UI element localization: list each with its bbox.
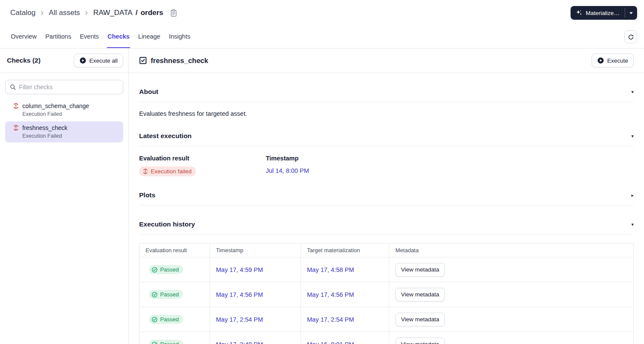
execution-failed-icon xyxy=(143,169,148,174)
table-header-row: Evaluation result Timestamp Target mater… xyxy=(140,244,634,257)
filter-checks-input[interactable] xyxy=(19,84,118,91)
passed-icon xyxy=(152,292,158,298)
copy-asset-key-button[interactable] xyxy=(170,9,177,17)
timestamp-link[interactable]: May 17, 2:54 PM xyxy=(216,316,263,323)
chevron-right-icon xyxy=(40,11,45,15)
about-heading: About xyxy=(139,88,158,96)
check-detail-panel: freshness_check Execute About ▾ Evaluate… xyxy=(129,48,644,344)
latest-timestamp-link[interactable]: Jul 14, 8:00 PM xyxy=(266,167,309,174)
check-item-column-schema-change[interactable]: column_schema_change Execution Failed xyxy=(5,100,123,121)
view-metadata-button[interactable]: View metadata xyxy=(395,288,445,302)
column-header-metadata: Metadata xyxy=(389,244,634,257)
column-header-target-materialization: Target materialization xyxy=(301,244,389,257)
check-detail-header: freshness_check Execute xyxy=(129,48,644,73)
execution-history-heading: Execution history xyxy=(139,220,195,228)
check-box-icon xyxy=(139,57,147,64)
check-status: Execution Failed xyxy=(13,111,119,117)
materialize-button[interactable]: Materialize… xyxy=(571,6,625,20)
tab-checks[interactable]: Checks xyxy=(107,26,130,48)
evaluation-result-label: Evaluation result xyxy=(139,155,266,162)
about-section-header[interactable]: About ▾ xyxy=(139,88,634,96)
search-icon xyxy=(10,84,16,90)
passed-badge-label: Passed xyxy=(160,291,179,298)
passed-badge: Passed xyxy=(149,290,183,299)
timestamp-link[interactable]: May 17, 4:59 PM xyxy=(216,266,263,273)
plots-section-header[interactable]: Plots ▸ xyxy=(139,191,634,199)
target-materialization-link[interactable]: May 16, 8:01 PM xyxy=(307,341,354,344)
table-row: Passed May 17, 4:56 PM May 17, 4:56 PM V… xyxy=(140,282,634,307)
execute-all-button[interactable]: Execute all xyxy=(74,54,123,67)
tab-lineage[interactable]: Lineage xyxy=(138,26,161,48)
column-header-timestamp: Timestamp xyxy=(210,244,301,257)
latest-execution-fields: Evaluation result Execution failed xyxy=(139,155,634,176)
top-bar: Catalog All assets RAW_DATA / orders xyxy=(0,0,644,26)
divider xyxy=(139,205,634,205)
caret-down-icon[interactable]: ▾ xyxy=(631,90,634,94)
timestamp-link[interactable]: May 17, 2:49 PM xyxy=(216,341,263,344)
tab-insights[interactable]: Insights xyxy=(168,26,191,48)
passed-icon xyxy=(152,317,158,323)
latest-execution-heading: Latest execution xyxy=(139,132,191,140)
divider xyxy=(139,234,634,235)
view-metadata-button[interactable]: View metadata xyxy=(395,338,445,344)
target-materialization-link[interactable]: May 17, 4:56 PM xyxy=(307,291,354,298)
caret-right-icon[interactable]: ▸ xyxy=(631,193,634,198)
clipboard-icon xyxy=(170,9,177,17)
check-detail-body: About ▾ Evaluates freshness for targeted… xyxy=(129,88,644,344)
passed-badge-label: Passed xyxy=(160,266,179,273)
tabs: Overview Partitions Events Checks Lineag… xyxy=(10,26,191,48)
checks-count-title: Checks (2) xyxy=(7,57,40,64)
asset-tab-bar: Overview Partitions Events Checks Lineag… xyxy=(0,26,644,48)
table-row: Passed May 17, 4:59 PM May 17, 4:58 PM V… xyxy=(140,257,634,282)
chevron-right-icon xyxy=(84,11,89,15)
caret-down-icon xyxy=(629,12,633,15)
passed-badge: Passed xyxy=(149,315,183,324)
refresh-icon xyxy=(628,34,634,40)
execution-history-section-header[interactable]: Execution history ▾ xyxy=(139,220,634,228)
timestamp-link[interactable]: May 17, 4:56 PM xyxy=(216,291,263,298)
passed-badge-label: Passed xyxy=(160,341,179,344)
breadcrumb-all-assets[interactable]: All assets xyxy=(49,9,80,17)
tab-overview[interactable]: Overview xyxy=(10,26,37,48)
materialize-dropdown-button[interactable] xyxy=(625,6,637,20)
passed-icon xyxy=(152,267,158,273)
tab-partitions[interactable]: Partitions xyxy=(45,26,71,48)
execution-failed-icon xyxy=(13,125,19,131)
refresh-button[interactable] xyxy=(624,30,637,43)
asset-group-name[interactable]: RAW_DATA xyxy=(93,9,132,17)
view-metadata-button[interactable]: View metadata xyxy=(395,313,445,326)
table-row: Passed May 17, 2:54 PM May 17, 2:54 PM V… xyxy=(140,307,634,332)
check-status: Execution Failed xyxy=(13,133,119,139)
caret-down-icon[interactable]: ▾ xyxy=(631,222,634,227)
divider xyxy=(139,102,634,102)
check-item-freshness-check[interactable]: freshness_check Execution Failed xyxy=(5,121,123,142)
execution-failed-badge-label: Execution failed xyxy=(151,168,191,175)
passed-icon xyxy=(152,341,158,344)
timestamp-label: Timestamp xyxy=(266,155,309,162)
execute-button[interactable]: Execute xyxy=(592,54,634,67)
execute-label: Execute xyxy=(607,57,628,64)
table-row: Passed May 17, 2:49 PM May 16, 8:01 PM V… xyxy=(140,332,634,344)
caret-down-icon[interactable]: ▾ xyxy=(631,134,634,139)
sparkle-icon xyxy=(576,9,583,16)
latest-execution-section-header[interactable]: Latest execution ▾ xyxy=(139,132,634,140)
filter-checks-box[interactable] xyxy=(5,80,123,94)
breadcrumb-catalog[interactable]: Catalog xyxy=(10,9,36,17)
tab-events[interactable]: Events xyxy=(79,26,99,48)
checks-sidebar: Checks (2) Execute all xyxy=(0,48,129,344)
target-materialization-link[interactable]: May 17, 4:58 PM xyxy=(307,266,354,273)
materialize-split-button: Materialize… xyxy=(571,6,637,20)
filter-wrap xyxy=(0,73,128,99)
execution-failed-badge: Execution failed xyxy=(139,166,196,176)
breadcrumb-asset-key: RAW_DATA / orders xyxy=(93,9,163,17)
check-list: column_schema_change Execution Failed fr… xyxy=(0,99,128,143)
view-metadata-button[interactable]: View metadata xyxy=(395,263,445,277)
check-name: freshness_check xyxy=(22,124,67,131)
target-materialization-link[interactable]: May 17, 2:54 PM xyxy=(307,316,354,323)
column-header-evaluation-result: Evaluation result xyxy=(140,244,210,257)
execute-all-label: Execute all xyxy=(89,57,118,64)
materialize-label: Materialize… xyxy=(586,10,620,16)
passed-badge: Passed xyxy=(149,340,183,344)
play-icon xyxy=(597,57,604,64)
breadcrumb: Catalog All assets RAW_DATA / orders xyxy=(10,9,177,17)
